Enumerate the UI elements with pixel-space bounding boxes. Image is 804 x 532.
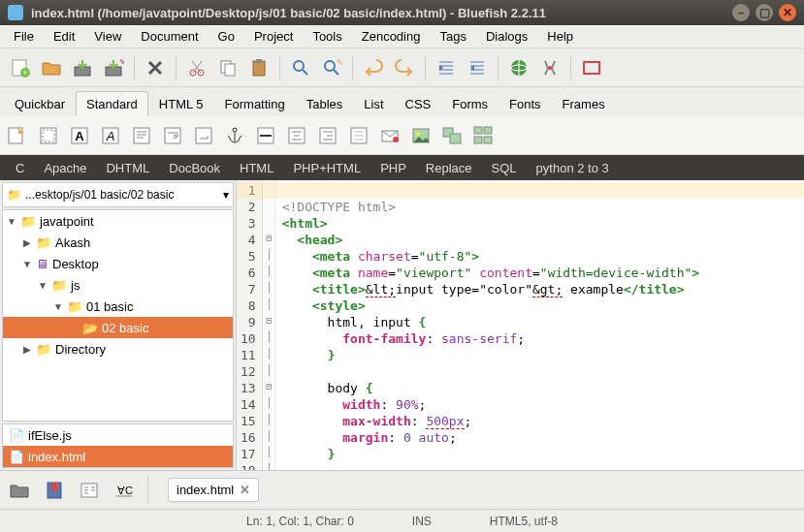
tree-node[interactable]: ▼🖥Desktop <box>3 253 233 274</box>
menu-view[interactable]: View <box>84 27 131 46</box>
multithumbnail-icon[interactable] <box>471 124 495 147</box>
find-button[interactable] <box>286 53 315 82</box>
menu-tools[interactable]: Tools <box>303 27 351 46</box>
find-replace-button[interactable]: ✎ <box>317 53 346 82</box>
tab-quickbar[interactable]: Quickbar <box>4 91 76 116</box>
tab-fonts[interactable]: Fonts <box>498 91 552 116</box>
italic-icon[interactable]: A <box>99 124 122 147</box>
menu-dialogs[interactable]: Dialogs <box>476 27 537 46</box>
bookmark-icon[interactable] <box>43 479 66 502</box>
char-icon[interactable]: ∀C <box>113 479 136 502</box>
unindent-button[interactable] <box>432 53 461 82</box>
break-icon[interactable] <box>161 124 184 147</box>
document-tab-label: index.html <box>177 483 234 497</box>
lang-php[interactable]: PHP <box>370 159 416 177</box>
tree-node[interactable]: ▼📁01 basic <box>3 296 233 317</box>
insert-mode: INS <box>412 515 432 528</box>
thumbnail-icon[interactable] <box>440 124 464 147</box>
nbsp-icon[interactable] <box>192 124 215 147</box>
tree-node[interactable]: ▼📁js <box>3 274 233 296</box>
menu-go[interactable]: Go <box>209 27 244 46</box>
svg-text:A: A <box>106 129 115 143</box>
anchor-icon[interactable] <box>223 124 246 147</box>
preferences-button[interactable] <box>535 53 564 82</box>
tab-standard[interactable]: Standard <box>76 91 148 116</box>
code-area[interactable]: 1 2 3 4 5 6 7 8 9 10 11 12 13 14 15 16 1… <box>237 180 804 470</box>
toolbar-tabs: QuickbarStandardHTML 5FormattingTablesLi… <box>0 87 804 116</box>
lang-apache[interactable]: Apache <box>34 159 96 177</box>
center-icon[interactable] <box>285 124 308 147</box>
open-folder-icon[interactable] <box>8 479 31 502</box>
tab-tables[interactable]: Tables <box>296 91 354 116</box>
hr-icon[interactable] <box>254 124 277 147</box>
cut-button[interactable] <box>182 53 211 82</box>
tab-formatting[interactable]: Formatting <box>214 91 296 116</box>
open-file-button[interactable] <box>37 53 66 82</box>
file-list[interactable]: 📄ifElse.js📄index.html <box>2 423 234 468</box>
menu-zencoding[interactable]: Zencoding <box>352 27 431 46</box>
svg-point-37 <box>416 132 420 136</box>
bold-icon[interactable]: A <box>68 124 91 147</box>
lang-php-html[interactable]: PHP+HTML <box>283 159 370 177</box>
menu-project[interactable]: Project <box>244 27 303 46</box>
menu-edit[interactable]: Edit <box>44 27 84 46</box>
rightalign-icon[interactable] <box>316 124 339 147</box>
lang-docbook[interactable]: DocBook <box>159 159 230 177</box>
fullscreen-button[interactable] <box>577 53 606 82</box>
quickstart-icon[interactable] <box>6 124 29 147</box>
new-file-button[interactable]: + <box>6 53 35 82</box>
indent-button[interactable] <box>463 53 492 82</box>
lang-replace[interactable]: Replace <box>416 159 482 177</box>
body-icon[interactable] <box>37 124 60 147</box>
menu-file[interactable]: File <box>4 27 44 46</box>
paste-button[interactable] <box>244 53 273 82</box>
lang-dhtml[interactable]: DHTML <box>96 159 159 177</box>
svg-rect-41 <box>484 127 492 134</box>
lang-c[interactable]: C <box>6 159 34 177</box>
tree-node[interactable]: ▶📁Directory <box>3 338 233 360</box>
tree-node[interactable]: ▼📁javatpoint <box>3 210 233 232</box>
code-text[interactable]: <!DOCTYPE html> <html> <head> <meta char… <box>276 180 706 470</box>
email-icon[interactable] <box>378 124 402 147</box>
file-tree[interactable]: ▼📁javatpoint▶📁Akash▼🖥Desktop▼📁js▼📁01 bas… <box>2 209 234 422</box>
file-item[interactable]: 📄index.html <box>3 446 233 467</box>
image-icon[interactable] <box>409 124 433 147</box>
tab-css[interactable]: CSS <box>395 91 442 116</box>
tab-list[interactable]: List <box>353 91 394 116</box>
redo-button[interactable] <box>390 53 419 82</box>
lang-html[interactable]: HTML <box>230 159 283 177</box>
snippet-icon[interactable] <box>78 479 101 502</box>
svg-rect-43 <box>484 137 492 143</box>
chevron-down-icon: ▾ <box>223 188 229 202</box>
maximize-button[interactable]: ▢ <box>756 4 773 21</box>
lang-python-2-to-3[interactable]: python 2 to 3 <box>527 159 619 177</box>
copy-button[interactable] <box>213 53 242 82</box>
file-item[interactable]: 📄ifElse.js <box>3 424 233 446</box>
lang-sql[interactable]: SQL <box>482 159 527 177</box>
minimize-button[interactable]: – <box>732 4 750 21</box>
document-tab-close[interactable]: ✕ <box>240 483 250 497</box>
undo-button[interactable] <box>359 53 388 82</box>
comment-icon[interactable] <box>347 124 370 147</box>
line-numbers: 1 2 3 4 5 6 7 8 9 10 11 12 13 14 15 16 1… <box>237 180 263 470</box>
save-button[interactable] <box>68 53 97 82</box>
paragraph-icon[interactable] <box>130 124 153 147</box>
tab-html-5[interactable]: HTML 5 <box>148 91 214 116</box>
browser-button[interactable] <box>504 53 533 82</box>
menu-tags[interactable]: Tags <box>430 27 475 46</box>
standard-toolbar: A A <box>0 116 804 155</box>
menubar: FileEditViewDocumentGoProjectToolsZencod… <box>0 25 804 48</box>
menu-document[interactable]: Document <box>131 27 208 46</box>
tab-forms[interactable]: Forms <box>441 91 498 116</box>
document-tab[interactable]: index.html ✕ <box>168 478 259 502</box>
path-selector[interactable]: 📁 ...esktop/js/01 basic/02 basic ▾ <box>2 182 234 207</box>
tree-node[interactable]: 📂02 basic <box>3 317 233 338</box>
tree-node[interactable]: ▶📁Akash <box>3 232 233 253</box>
save-as-button[interactable]: ✎ <box>99 53 128 82</box>
tab-frames[interactable]: Frames <box>552 91 616 116</box>
menu-help[interactable]: Help <box>537 27 583 46</box>
close-button[interactable]: ✕ <box>779 4 796 21</box>
window-title: index.html (/home/javatpoint/Desktop/js/… <box>31 6 546 20</box>
close-file-button[interactable] <box>141 53 170 82</box>
fold-column[interactable]: ⊟ │ │ │ │ ⊟ │ │ │ ⊟ │ │ │ │ │ <box>263 180 276 470</box>
